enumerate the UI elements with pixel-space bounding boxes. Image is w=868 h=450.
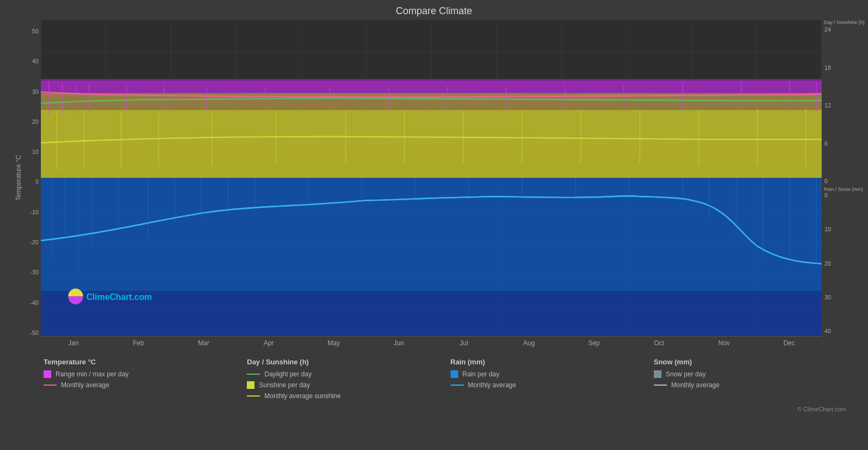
month-aug: Aug [496,339,561,347]
y-right-18: 18 [824,64,831,71]
y-right-rain10: 10 [824,226,831,232]
legend-rain-avg-line [451,385,464,386]
legend-rain-avg: Monthly average [451,381,654,389]
legend-snow-title: Snow (mm) [654,358,857,366]
svg-rect-33 [41,291,822,336]
legend-sunshine: Day / Sunshine (h) Daylight per day Suns… [247,358,450,403]
right-axis-top-title: Day / Sunshine (h) [822,20,857,25]
legend-snow-avg-line [654,385,667,386]
legend-daylight: Daylight per day [247,370,450,378]
legend-sunshine-title: Day / Sunshine (h) [247,358,450,366]
legend-temp-range-swatch [44,370,51,378]
chart-svg: ClimeChart.com [41,20,822,336]
month-may: May [301,339,366,347]
legend-temp-range-label: Range min / max per day [56,370,129,378]
y-right-6: 6 [824,140,828,147]
month-jul: Jul [432,339,496,347]
y-left-neg20: -20 [30,239,39,245]
legend-rain-title: Rain (mm) [451,358,654,366]
legend-daylight-label: Daylight per day [264,370,312,378]
legend-rain-per-day-label: Rain per day [463,370,500,378]
y-left-40: 40 [32,58,39,64]
legend-temp-range: Range min / max per day [44,370,247,378]
legend-rain-swatch [451,370,458,378]
right-axis: Day / Sunshine (h) 24 18 12 6 0 Rain / S… [822,20,857,336]
chart-area: ClimeChart.com [41,20,822,336]
y-left-neg50: -50 [30,329,39,336]
y-left-30: 30 [32,88,39,95]
y-left-10: 10 [32,148,39,155]
svg-text:ClimeChart.com: ClimeChart.com [86,291,151,301]
y-right-rain20: 20 [824,260,831,267]
legend-sunshine-avg-line [247,395,260,397]
legend-daylight-line [247,374,260,375]
page-container: Compare Climate Moroni Moroni ClimeChart… [0,0,868,450]
legend-temp-avg-label: Monthly average [61,381,110,389]
month-apr: Apr [236,339,301,347]
y-left-neg30: -30 [30,269,39,275]
month-nov: Nov [691,339,756,347]
left-axis-title: Temperature °C [15,155,22,201]
month-jun: Jun [366,339,431,347]
legend-snow: Snow (mm) Snow per day Monthly average [654,358,857,403]
month-oct: Oct [627,339,691,347]
legend-snow-per-day: Snow per day [654,370,857,378]
left-axis: Temperature °C 50 40 30 20 10 0 -10 -20 … [11,20,41,336]
y-left-neg10: -10 [30,209,39,215]
y-left-neg40: -40 [30,299,39,306]
y-right-rain0: 0 [824,192,828,199]
legend-sunshine-swatch [247,381,254,389]
y-right-24: 24 [824,26,831,33]
y-right-12: 12 [824,102,831,109]
y-right-rain30: 30 [824,294,831,301]
month-feb: Feb [106,339,171,347]
legend-temperature: Temperature °C Range min / max per day M… [44,358,247,403]
month-axis: Jan Feb Mar Apr May Jun Jul Aug Sep Oct … [41,336,822,350]
legend-rain: Rain (mm) Rain per day Monthly average [451,358,654,403]
legend-temp-avg-line [44,385,57,386]
month-dec: Dec [757,339,822,347]
right-axis-bottom-title: Rain / Snow (mm) [822,187,857,192]
legend-snow-swatch [654,370,661,378]
y-left-20: 20 [32,118,39,125]
y-left-0: 0 [35,178,39,185]
y-right-rain40: 40 [824,328,831,334]
copyright: © ClimeChart.com [11,406,857,412]
legend-rain-avg-label: Monthly average [468,381,517,389]
y-left-50: 50 [32,28,39,34]
month-sep: Sep [561,339,626,347]
month-jan: Jan [41,339,106,347]
legend-snow-avg-label: Monthly average [671,381,720,389]
chart-container: Temperature °C 50 40 30 20 10 0 -10 -20 … [11,20,857,336]
legend-snow-per-day-label: Snow per day [666,370,706,378]
legend-temp-avg: Monthly average [44,381,247,389]
legend-sunshine-avg-label: Monthly average sunshine [264,392,341,400]
legend-sunshine-per-day: Sunshine per day [247,381,450,389]
legend-snow-avg: Monthly average [654,381,857,389]
month-mar: Mar [171,339,236,347]
legend-rain-per-day: Rain per day [451,370,654,378]
y-right-0: 0 [824,178,828,184]
legend-sunshine-avg: Monthly average sunshine [247,392,450,400]
legend-temp-title: Temperature °C [44,358,247,366]
page-title: Compare Climate [11,5,857,17]
svg-rect-30 [41,110,822,178]
legend-sunshine-per-day-label: Sunshine per day [259,381,309,389]
legend-area: Temperature °C Range min / max per day M… [11,350,857,406]
